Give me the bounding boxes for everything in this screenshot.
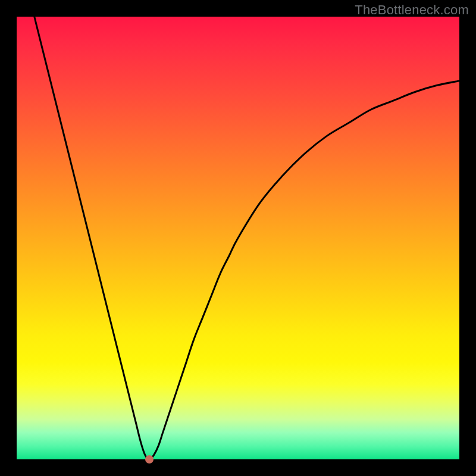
watermark-text: TheBottleneck.com (355, 2, 469, 18)
chart-area (17, 17, 459, 459)
bottleneck-curve (35, 17, 459, 459)
optimal-point-marker (145, 455, 154, 464)
chart-svg (17, 17, 459, 459)
